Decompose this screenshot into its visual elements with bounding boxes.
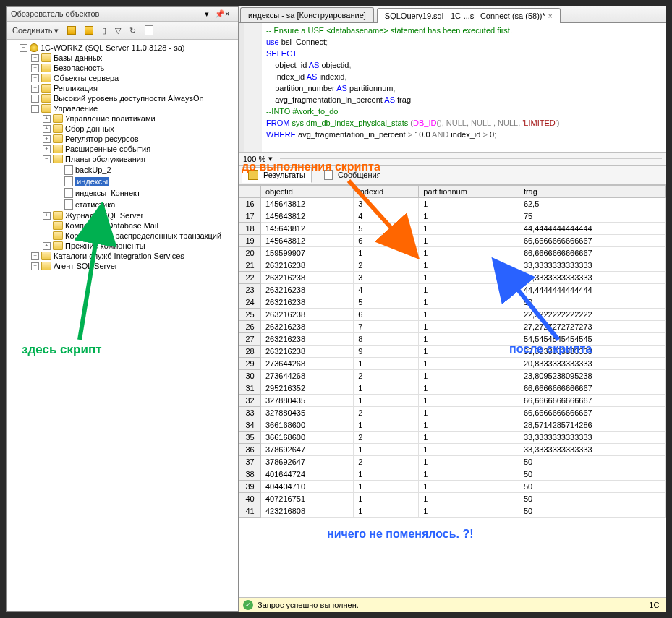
data-cell[interactable]: 33,3333333333333 [519,432,665,444]
table-row[interactable]: 272632162388154,5454545454545 [239,333,666,346]
data-cell[interactable]: 23,8095238095238 [519,370,665,382]
rownum-cell[interactable]: 32 [239,395,261,407]
data-cell[interactable]: 1 [419,247,519,259]
data-cell[interactable]: 9 [354,346,419,358]
refresh-icon[interactable]: ↻ [127,25,139,37]
dtc-node[interactable]: Координатор распределенных транзакций [8,231,237,241]
data-cell[interactable]: 263216238 [261,259,354,272]
expand-icon[interactable]: + [43,125,51,133]
data-cell[interactable]: 1 [354,247,419,259]
data-cell[interactable]: 145643812 [261,210,354,223]
data-cell[interactable]: 1 [419,346,519,358]
data-cell[interactable]: 327880435 [261,395,354,407]
data-cell[interactable]: 401644724 [261,468,354,481]
data-cell[interactable]: 50 [519,296,665,309]
data-cell[interactable]: 66,6666666666667 [519,382,665,395]
data-cell[interactable]: 44,4444444444444 [519,284,665,296]
table-row[interactable]: 181456438125144,4444444444444 [239,223,666,235]
stats-node[interactable]: статистика [8,199,237,210]
data-cell[interactable]: 263216238 [261,346,354,358]
data-cell[interactable]: 7 [354,321,419,333]
rownum-cell[interactable]: 38 [239,468,261,481]
data-cell[interactable]: 263216238 [261,333,354,346]
table-row[interactable]: 242632162385150 [239,296,666,309]
table-row[interactable]: 282632162389133,3333333333333 [239,346,666,358]
data-cell[interactable]: 50 [519,481,665,493]
rownum-cell[interactable]: 35 [239,432,261,444]
table-row[interactable]: 222632162383133,3333333333333 [239,272,666,284]
data-cell[interactable]: 1 [354,505,419,518]
table-row[interactable]: 191456438126166,6666666666667 [239,235,666,247]
dropdown-icon[interactable]: ▾ [205,9,213,18]
data-cell[interactable]: 1 [354,358,419,370]
expand-icon[interactable]: + [31,95,39,103]
replication-node[interactable]: +Репликация [8,83,237,93]
data-cell[interactable]: 1 [354,395,419,407]
table-row[interactable]: 333278804352166,6666666666667 [239,407,666,419]
expand-icon[interactable]: + [31,252,39,260]
rownum-cell[interactable]: 18 [239,223,261,235]
rownum-cell[interactable]: 20 [239,247,261,259]
rownum-cell[interactable]: 26 [239,321,261,333]
rownum-cell[interactable]: 21 [239,259,261,272]
tab-designer[interactable]: индексы - sa [Конструирование] [240,7,374,22]
maint-plans-node[interactable]: −Планы обслуживания [8,154,237,164]
server-node[interactable]: −1C-WORKZ (SQL Server 11.0.3128 - sa) [8,43,237,53]
data-cell[interactable]: 1 [419,419,519,432]
table-row[interactable]: 353661686002133,3333333333333 [239,432,666,444]
data-cell[interactable]: 6 [354,235,419,247]
data-cell[interactable]: 50 [519,505,665,518]
data-cell[interactable]: 33,3333333333333 [519,272,665,284]
splitter[interactable] [280,158,662,159]
filter-icon[interactable]: ▽ [112,25,124,37]
data-cell[interactable]: 1 [354,382,419,395]
rownum-cell[interactable]: 16 [239,198,261,210]
data-cell[interactable]: 1 [419,235,519,247]
data-cell[interactable]: 2 [354,407,419,419]
data-cell[interactable]: 145643812 [261,223,354,235]
data-cell[interactable]: 4 [354,284,419,296]
data-cell[interactable]: 1 [419,505,519,518]
object-tree[interactable]: −1C-WORKZ (SQL Server 11.0.3128 - sa) +Б… [7,40,238,611]
management-node[interactable]: −Управление [8,103,237,113]
data-cell[interactable]: 1 [419,468,519,481]
table-row[interactable]: 323278804351166,6666666666667 [239,395,666,407]
table-row[interactable]: 343661686001128,5714285714286 [239,419,666,432]
data-cell[interactable]: 3 [354,272,419,284]
data-cell[interactable]: 66,6666666666667 [519,235,665,247]
rownum-cell[interactable]: 34 [239,419,261,432]
rownum-cell[interactable]: 31 [239,382,261,395]
zoom-dropdown-icon[interactable]: ▾ [268,154,273,163]
data-cell[interactable]: 1 [419,321,519,333]
data-cell[interactable]: 273644268 [261,370,354,382]
data-cell[interactable]: 1 [419,296,519,309]
table-row[interactable]: 262632162387127,2727272727273 [239,321,666,333]
data-cell[interactable]: 20,8333333333333 [519,358,665,370]
policy-node[interactable]: +Управление политиками [8,113,237,124]
data-cell[interactable]: 1 [419,444,519,456]
alwayson-node[interactable]: +Высокий уровень доступности AlwaysOn [8,93,237,103]
rownum-cell[interactable]: 36 [239,444,261,456]
expand-icon[interactable]: + [43,115,51,123]
table-row[interactable]: 363786926471133,3333333333333 [239,444,666,456]
data-cell[interactable]: 2 [354,370,419,382]
data-cell[interactable]: 1 [419,284,519,296]
ssis-node[interactable]: +Каталоги служб Integration Services [8,251,237,261]
data-cell[interactable]: 1 [354,419,419,432]
data-cell[interactable]: 50 [519,456,665,468]
data-cell[interactable]: 295216352 [261,382,354,395]
rownum-cell[interactable]: 25 [239,309,261,321]
rownum-cell[interactable]: 30 [239,370,261,382]
data-cell[interactable]: 1 [419,382,519,395]
data-cell[interactable]: 273644268 [261,358,354,370]
data-cell[interactable]: 1 [419,210,519,223]
table-row[interactable]: 384016447241150 [239,468,666,481]
data-cell[interactable]: 8 [354,333,419,346]
data-cell[interactable]: 378692647 [261,444,354,456]
sql-logs-node[interactable]: +Журналы SQL Server [8,210,237,220]
data-cell[interactable]: 366168600 [261,419,354,432]
expand-icon[interactable]: + [31,74,39,82]
backup2-node[interactable]: backUp_2 [8,164,237,176]
table-row[interactable]: 201595999071166,6666666666667 [239,247,666,259]
tab-query[interactable]: SQLQuery19.sql - 1C-...si_Connect (sa (5… [377,8,561,23]
